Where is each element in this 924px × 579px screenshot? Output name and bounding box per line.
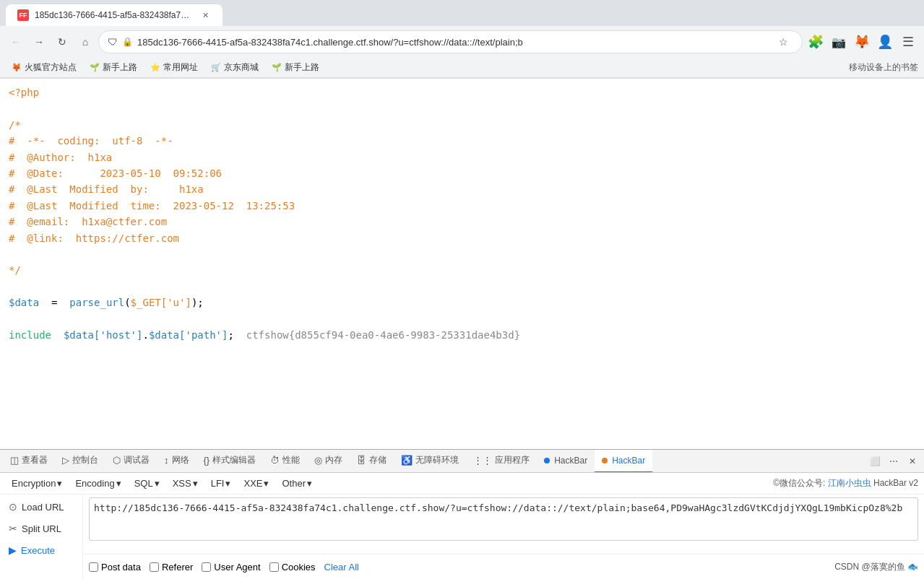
devtools-dock-button[interactable]: ⬜ (866, 453, 884, 470)
back-button[interactable]: ← (6, 32, 26, 52)
code-line-9: # @email: h1xa@ctfer.com (9, 214, 915, 230)
bookmark-star-button[interactable]: ☆ (773, 32, 793, 52)
code-line-11 (9, 246, 915, 262)
hackbar-menu: Encryption ▾ Encoding ▾ SQL ▾ XSS ▾ LFI … (0, 473, 924, 495)
browser-tab[interactable]: FF 185dc136-7666-4415-af5a-832438fa74c1.… (6, 4, 223, 26)
checkbox-post-data-input[interactable] (89, 562, 98, 572)
devtools-tab-hackbar1[interactable]: HackBar (537, 450, 595, 473)
code-line-4: # -*- coding: utf-8 -*- (9, 133, 915, 149)
checkbox-user-agent[interactable]: User Agent (202, 562, 260, 573)
app-icon: ⋮⋮ (473, 455, 492, 466)
page-content: <?php /* # -*- coding: utf-8 -*- # @Auth… (0, 79, 924, 450)
code-var: $data (9, 297, 39, 308)
hackbar: Encryption ▾ Encoding ▾ SQL ▾ XSS ▾ LFI … (0, 473, 924, 579)
bookmark-right-label: 移动设备上的书签 (849, 61, 918, 74)
devtools-right-icons: ⬜ ⋯ ✕ (866, 453, 921, 470)
clear-all-button[interactable]: Clear All (324, 562, 359, 573)
hackbar-menu-encryption-label: Encryption (12, 478, 56, 489)
extensions-button[interactable]: 🧩 (806, 32, 826, 52)
checkbox-referer-input[interactable] (150, 562, 159, 572)
code-flag: ctfshow{d855cf94-0ea0-4ae6-9983-25331dae… (246, 329, 520, 341)
code-func: parse_url (69, 297, 124, 308)
devtools-tab-app[interactable]: ⋮⋮ 应用程序 (466, 450, 537, 473)
hackbar-menu-sql-arrow: ▾ (155, 478, 160, 489)
devtools-tab-accessibility-label: 无障碍环境 (415, 454, 459, 466)
hackbar-menu-xxe-arrow: ▾ (264, 478, 269, 489)
address-bar[interactable]: 🛡 🔒 185dc136-7666-4415-af5a-832438fa74c1… (98, 30, 803, 53)
hackbar-menu-encoding[interactable]: Encoding ▾ (69, 476, 126, 490)
code-line-8: # @Last Modified time: 2023-05-12 13:25:… (9, 198, 915, 214)
hackbar-menu-other[interactable]: Other ▾ (276, 476, 318, 490)
bookmark-item-4[interactable]: 🌱 新手上路 (266, 60, 325, 75)
nav-bar: ← → ↻ ⌂ 🛡 🔒 185dc136-7666-4415-af5a-8324… (0, 26, 924, 58)
hackbar-credit-link[interactable]: 江南小虫虫 (828, 478, 871, 488)
load-url-icon: ⊙ (9, 501, 17, 513)
hackbar-menu-lfi[interactable]: LFI ▾ (205, 476, 237, 490)
hackbar-menu-encoding-arrow: ▾ (116, 478, 121, 489)
devtools-tab-hackbar1-label: HackBar (554, 456, 587, 466)
checkbox-user-agent-input[interactable] (202, 562, 211, 572)
code-line-10: # @link: https://ctfer.com (9, 230, 915, 246)
sync-button[interactable]: 👤 (875, 32, 895, 52)
devtools-close-button[interactable]: ✕ (904, 453, 921, 470)
tab-title: 185dc136-7666-4415-af5a-832438fa74c1.cha… (35, 10, 194, 20)
devtools-tab-viewer[interactable]: ◫ 查看器 (3, 450, 55, 473)
bookmark-item-0[interactable]: 🦊 火狐官方站点 (6, 60, 82, 75)
home-button[interactable]: ⌂ (75, 32, 95, 52)
bookmark-item-3[interactable]: 🛒 京东商城 (205, 60, 264, 75)
devtools-tab-storage[interactable]: 🗄 存储 (350, 450, 394, 473)
checkbox-cookies-input[interactable] (269, 562, 279, 572)
console-icon: ▷ (62, 455, 69, 466)
bookmark-label-4: 新手上路 (285, 61, 319, 74)
viewer-icon: ◫ (10, 455, 19, 466)
devtools-tab-network-label: 网络 (172, 454, 189, 466)
hackbar2-dot (602, 458, 608, 463)
devtools-more-button[interactable]: ⋯ (885, 453, 902, 470)
code-line-13 (9, 279, 915, 295)
devtools-tab-network[interactable]: ↕ 网络 (157, 450, 197, 473)
checkbox-post-data[interactable]: Post data (89, 562, 141, 573)
menu-button[interactable]: ☰ (898, 32, 918, 52)
hackbar-menu-sql[interactable]: SQL ▾ (129, 476, 165, 490)
devtools-panel: ◫ 查看器 ▷ 控制台 ⬡ 调试器 ↕ 网络 {} 样式编辑器 ⏱ 性能 ◎ 内… (0, 449, 924, 579)
hackbar1-dot (544, 458, 550, 463)
checkbox-referer[interactable]: Referer (150, 562, 193, 573)
hackbar-menu-other-label: Other (282, 478, 306, 489)
split-url-icon: ✂ (9, 523, 17, 534)
devtools-tab-memory[interactable]: ◎ 内存 (307, 450, 350, 473)
devtools-tab-debugger[interactable]: ⬡ 调试器 (105, 450, 157, 473)
checkbox-cookies[interactable]: Cookies (269, 562, 316, 573)
execute-button[interactable]: ▶ Execute (3, 541, 79, 560)
forward-button[interactable]: → (29, 32, 49, 52)
refresh-button[interactable]: ↻ (52, 32, 72, 52)
profile-button[interactable]: 🦊 (852, 32, 872, 52)
hackbar-menu-encryption[interactable]: Encryption ▾ (6, 476, 68, 490)
bookmark-icon-4: 🌱 (272, 63, 282, 72)
devtools-tab-storage-label: 存储 (369, 454, 387, 466)
tab-favicon: FF (17, 9, 29, 21)
devtools-tab-accessibility[interactable]: ♿ 无障碍环境 (394, 450, 466, 473)
bookmark-item-1[interactable]: 🌱 新手上路 (84, 60, 143, 75)
bookmark-label-1: 新手上路 (103, 61, 137, 74)
bookmark-label-2: 常用网址 (163, 61, 198, 74)
screenshot-button[interactable]: 📷 (829, 32, 849, 52)
devtools-tab-style-label: 样式编辑器 (212, 454, 256, 466)
hackbar-menu-xss[interactable]: XSS ▾ (167, 476, 204, 490)
devtools-tab-hackbar2[interactable]: HackBar (595, 450, 652, 473)
hackbar-main: Post data Referer User Agent Cookies Cle… (83, 495, 924, 579)
hackbar-url-input[interactable] (89, 497, 918, 541)
https-icon: 🔒 (122, 37, 133, 47)
split-url-button[interactable]: ✂ Split URL (3, 519, 79, 538)
hackbar-menu-xxe[interactable]: XXE ▾ (238, 476, 275, 490)
devtools-tab-style[interactable]: {} 样式编辑器 (197, 450, 264, 473)
devtools-tab-perf[interactable]: ⏱ 性能 (263, 450, 307, 473)
load-url-button[interactable]: ⊙ Load URL (3, 497, 79, 516)
address-text: 185dc136-7666-4415-af5a-832438fa74c1.cha… (137, 37, 769, 48)
devtools-tab-console[interactable]: ▷ 控制台 (55, 450, 105, 473)
code-get: $_GET['u'] (131, 297, 191, 308)
tab-close-button[interactable]: ✕ (199, 9, 211, 21)
debugger-icon: ⬡ (113, 455, 121, 466)
bookmark-item-2[interactable]: ⭐ 常用网址 (144, 60, 204, 75)
hackbar-credit-prefix: ©微信公众号: (773, 478, 828, 488)
devtools-tab-memory-label: 内存 (325, 454, 342, 466)
